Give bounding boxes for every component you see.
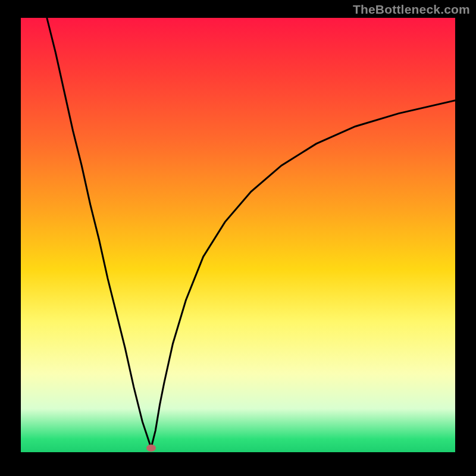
bottleneck-curve <box>21 18 455 452</box>
chart-frame: TheBottleneck.com <box>0 0 476 476</box>
plot-area <box>21 18 455 452</box>
curve-path <box>47 18 455 448</box>
minimum-dot <box>146 444 156 452</box>
watermark-text: TheBottleneck.com <box>353 2 470 17</box>
